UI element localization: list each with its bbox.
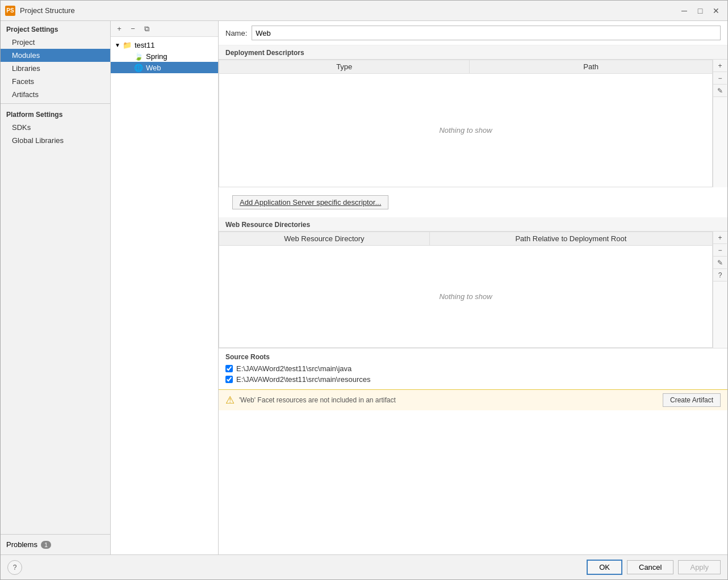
source-root-java-checkbox[interactable]	[225, 365, 233, 372]
warning-icon: ⚠	[225, 394, 235, 406]
source-root-java-path: E:\JAVAWord2\test11\src\main\java	[236, 364, 352, 373]
web-resource-remove-button[interactable]: −	[713, 244, 727, 257]
project-settings-header: Project Settings	[1, 21, 110, 36]
folder-icon: 📁	[122, 40, 132, 49]
tree-node-label-test11: test11	[135, 41, 154, 49]
cancel-button[interactable]: Cancel	[627, 560, 673, 574]
deployment-col-path: Path	[470, 60, 713, 74]
sidebar-item-artifacts[interactable]: Artifacts	[1, 88, 110, 101]
add-server-button[interactable]: Add Application Server specific descript…	[232, 195, 388, 209]
web-resource-add-button[interactable]: +	[713, 232, 727, 244]
sidebar-item-global-libraries[interactable]: Global Libraries	[1, 134, 110, 147]
source-root-resources-checkbox[interactable]	[225, 376, 233, 383]
main-content: Project Settings Project Modules Librari…	[1, 21, 727, 554]
web-resource-label: Web Resource Directories	[219, 217, 727, 232]
add-server-container: Add Application Server specific descript…	[219, 187, 727, 217]
warning-text: 'Web' Facet resources are not included i…	[239, 396, 658, 404]
web-resource-col-path: Path Relative to Deployment Root	[429, 232, 712, 246]
sidebar-item-project[interactable]: Project	[1, 36, 110, 49]
bottom-bar: ? OK Cancel Apply	[1, 554, 727, 579]
sidebar-item-sdks[interactable]: SDKs	[1, 121, 110, 134]
help-button[interactable]: ?	[7, 560, 22, 575]
deployment-empty-text: Nothing to show	[219, 74, 713, 187]
deployment-empty-row: Nothing to show	[219, 74, 713, 187]
tree-toolbar: + − ⧉	[111, 21, 218, 37]
deployment-table-container: Type Path Nothing to show +	[219, 60, 727, 187]
source-root-java: E:\JAVAWord2\test11\src\main\java	[225, 363, 721, 374]
source-root-resources: E:\JAVAWord2\test11\src\main\resources	[225, 374, 721, 385]
deployment-col-type: Type	[219, 60, 470, 74]
deployment-remove-button[interactable]: −	[713, 72, 727, 85]
name-input[interactable]	[252, 26, 721, 40]
maximize-button[interactable]: □	[693, 4, 707, 18]
web-resource-edit-button[interactable]: ✎	[713, 257, 727, 269]
sidebar-bottom: Problems 1	[1, 534, 110, 554]
web-resource-help-button[interactable]: ?	[713, 269, 727, 281]
name-row: Name:	[219, 21, 727, 45]
source-roots-label: Source Roots	[225, 353, 721, 363]
tree-add-button[interactable]: +	[113, 23, 125, 35]
web-resource-side-buttons: + − ✎ ?	[713, 232, 727, 348]
right-panel-scroll: Deployment Descriptors Type Path	[219, 45, 727, 554]
sidebar: Project Settings Project Modules Librari…	[1, 21, 111, 554]
web-icon: 🌐	[133, 63, 144, 72]
web-resource-table-container: Web Resource Directory Path Relative to …	[219, 232, 727, 348]
deployment-add-button[interactable]: +	[713, 60, 727, 72]
web-resource-empty-row: Nothing to show	[219, 246, 713, 348]
problems-badge: 1	[41, 541, 51, 549]
problems-item[interactable]: Problems 1	[6, 538, 104, 551]
expand-icon: ▼	[113, 42, 122, 48]
platform-settings-header: Platform Settings	[1, 106, 110, 121]
tree-content: ▼ 📁 test11 🍃 Spring 🌐 Web	[111, 37, 218, 554]
web-resource-empty-text: Nothing to show	[219, 246, 713, 348]
app-icon: PS	[5, 6, 15, 16]
right-panel: Name: Deployment Descriptors Type Path	[219, 21, 727, 554]
spring-icon: 🍃	[133, 52, 144, 61]
deployment-descriptors-label: Deployment Descriptors	[219, 45, 727, 60]
tree-node-web[interactable]: 🌐 Web	[111, 62, 218, 73]
tree-node-label-web: Web	[146, 64, 161, 72]
minimize-button[interactable]: ─	[677, 4, 691, 18]
sidebar-divider	[1, 103, 110, 104]
close-button[interactable]: ✕	[709, 4, 723, 18]
sidebar-item-modules[interactable]: Modules	[1, 49, 110, 62]
deployment-side-buttons: + − ✎	[713, 60, 727, 187]
project-structure-window: PS Project Structure ─ □ ✕ Project Setti…	[0, 0, 728, 580]
warning-bar: ⚠ 'Web' Facet resources are not included…	[219, 389, 727, 410]
tree-copy-button[interactable]: ⧉	[140, 23, 153, 35]
ok-button[interactable]: OK	[587, 560, 622, 575]
source-root-resources-path: E:\JAVAWord2\test11\src\main\resources	[236, 375, 371, 384]
deployment-edit-button[interactable]: ✎	[713, 85, 727, 97]
tree-node-spring[interactable]: 🍃 Spring	[111, 51, 218, 62]
problems-label: Problems	[6, 540, 37, 549]
sidebar-item-libraries[interactable]: Libraries	[1, 62, 110, 75]
title-bar-buttons: ─ □ ✕	[677, 4, 723, 18]
title-bar: PS Project Structure ─ □ ✕	[1, 1, 727, 21]
sidebar-item-facets[interactable]: Facets	[1, 75, 110, 88]
web-resource-col-dir: Web Resource Directory	[219, 232, 430, 246]
tree-node-label-spring: Spring	[146, 52, 168, 61]
source-roots-section: Source Roots E:\JAVAWord2\test11\src\mai…	[219, 348, 727, 389]
create-artifact-button[interactable]: Create Artifact	[663, 393, 721, 407]
window-title: Project Structure	[20, 6, 677, 15]
tree-panel: + − ⧉ ▼ 📁 test11 🍃 Spring	[111, 21, 219, 554]
deployment-section: Deployment Descriptors Type Path	[219, 45, 727, 187]
tree-remove-button[interactable]: −	[127, 23, 139, 35]
tree-node-test11[interactable]: ▼ 📁 test11	[111, 39, 218, 51]
web-resource-table: Web Resource Directory Path Relative to …	[219, 232, 713, 348]
name-label: Name:	[225, 29, 247, 37]
deployment-table: Type Path Nothing to show	[219, 60, 713, 187]
web-resource-section: Web Resource Directories Web Resource Di…	[219, 217, 727, 348]
apply-button[interactable]: Apply	[678, 560, 721, 574]
